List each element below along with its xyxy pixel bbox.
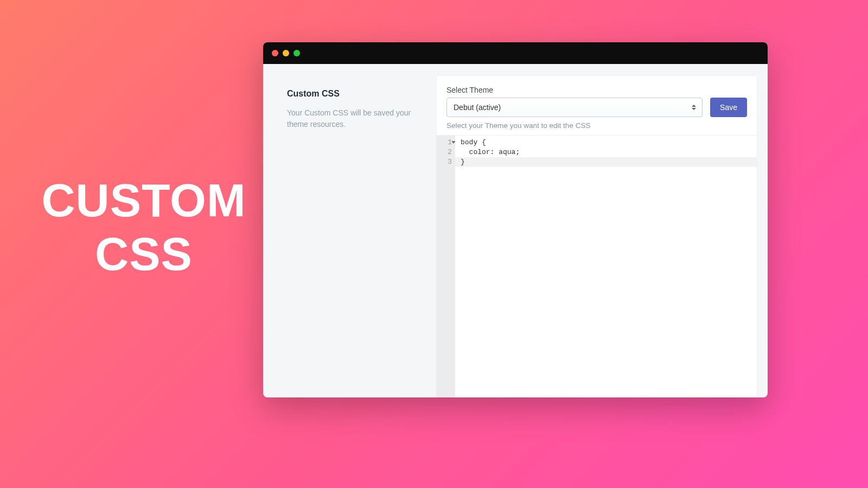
editor-line-number: 3 [437,157,452,167]
hero-text: CUSTOM CSS [30,174,258,281]
section-description: Your Custom CSS will be saved your theme… [287,107,420,130]
hero-line-1: CUSTOM [30,174,258,227]
select-caret-icon [691,104,697,111]
save-button[interactable]: Save [710,98,747,117]
window-titlebar [263,42,768,64]
theme-select-helper: Select your Theme you want to edit the C… [446,121,747,130]
editor-code-line[interactable]: body { [461,138,757,147]
window-zoom-icon[interactable] [293,50,300,56]
editor-line-number: 2 [437,147,452,157]
editor-code-line[interactable]: color: aqua; [461,147,757,157]
window-minimize-icon[interactable] [283,50,289,56]
section-title: Custom CSS [287,89,420,99]
side-column: Custom CSS Your Custom CSS will be saved… [274,76,426,397]
editor-gutter: 123 [437,136,455,397]
editor-code-area[interactable]: body { color: aqua;} [455,136,757,397]
editor-line-number: 1 [437,138,452,147]
window-close-icon[interactable] [272,50,278,56]
hero-line-2: CSS [30,227,258,281]
editor-panel: Select Theme Debut (active) Save Select … [437,76,757,397]
app-window: Custom CSS Your Custom CSS will be saved… [263,42,768,397]
editor-code-line[interactable]: } [455,157,757,167]
css-editor[interactable]: 123 body { color: aqua;} [437,135,757,397]
theme-select-value: Debut (active) [454,103,501,112]
theme-select[interactable]: Debut (active) [446,98,703,117]
theme-select-label: Select Theme [446,86,747,94]
